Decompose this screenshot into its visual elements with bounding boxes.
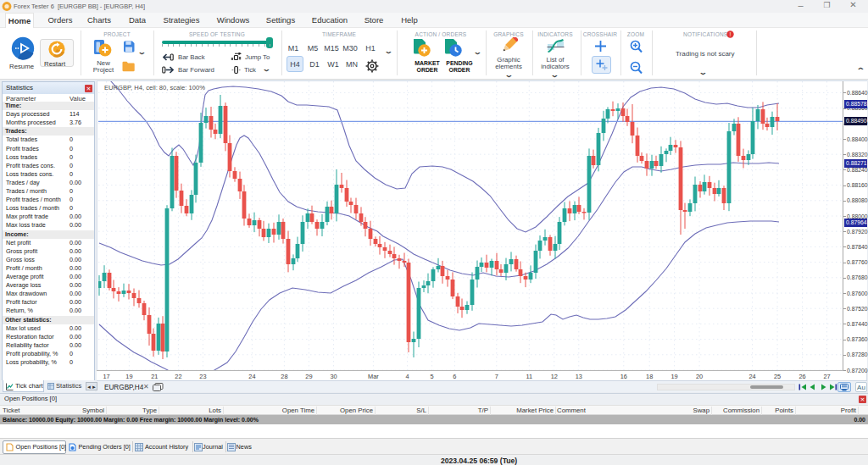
svg-text:!: ! [730, 31, 732, 37]
